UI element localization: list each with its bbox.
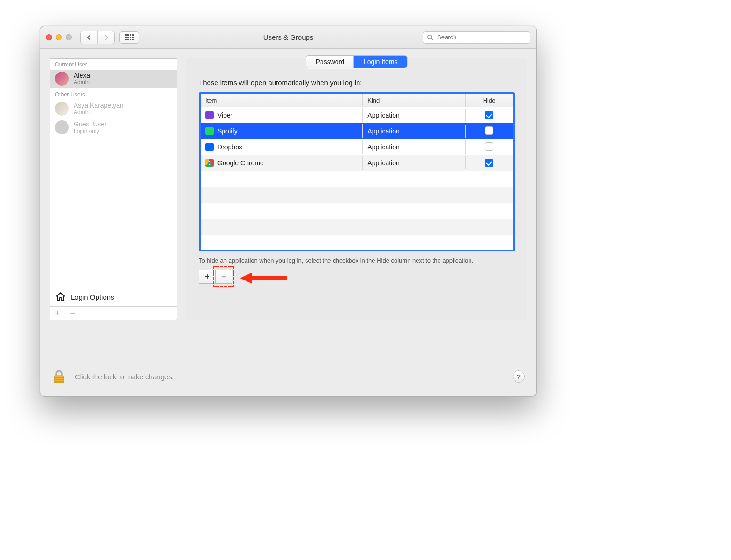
hide-checkbox[interactable] <box>485 142 493 151</box>
avatar <box>55 72 69 86</box>
login-items-add-remove: + − <box>199 270 515 284</box>
user-role: Login only <box>74 128 107 134</box>
avatar <box>55 120 69 134</box>
sidebar-user-row[interactable]: AlexaAdmin <box>50 70 177 88</box>
remove-login-item-button[interactable]: − <box>216 270 232 284</box>
window-body: Current User AlexaAdminOther UsersAsya K… <box>40 49 536 369</box>
table-row-empty <box>201 219 513 235</box>
other-users-header: Other Users <box>50 88 177 100</box>
item-name: Dropbox <box>217 143 242 151</box>
sidebar-user-row[interactable]: Guest UserLogin only <box>50 118 177 137</box>
user-role: Admin <box>74 79 90 86</box>
help-button[interactable]: ? <box>513 370 525 383</box>
zoom-window-button[interactable] <box>66 34 72 40</box>
login-items-table: Item Kind Hide ViberApplicationSpotifyAp… <box>199 92 515 251</box>
tab-bar: Password Login Items <box>306 55 408 68</box>
search-field[interactable] <box>423 31 530 44</box>
svg-marker-3 <box>240 273 252 284</box>
svg-point-0 <box>428 35 432 38</box>
search-icon <box>427 34 433 41</box>
footer: Click the lock to make changes. ? <box>40 369 536 396</box>
item-kind: Application <box>363 140 466 154</box>
hide-checkbox[interactable] <box>485 126 493 135</box>
close-window-button[interactable] <box>46 34 52 40</box>
table-row[interactable]: Google ChromeApplication <box>201 155 513 171</box>
avatar <box>55 102 69 116</box>
table-header: Item Kind Hide <box>201 94 513 107</box>
item-name: Google Chrome <box>217 159 264 167</box>
user-name: Guest User <box>74 120 107 128</box>
minimize-window-button[interactable] <box>56 34 62 40</box>
user-role: Admin <box>74 109 124 116</box>
svg-rect-6 <box>54 379 64 380</box>
forward-button[interactable] <box>97 31 114 44</box>
help-icon: ? <box>517 373 521 381</box>
item-kind: Application <box>363 125 466 138</box>
table-row[interactable]: DropboxApplication <box>201 139 513 155</box>
table-row[interactable]: ViberApplication <box>201 107 513 123</box>
svg-line-1 <box>431 38 433 40</box>
user-name: Asya Karapetyan <box>74 102 124 109</box>
window-controls <box>46 34 72 40</box>
nav-buttons <box>80 31 115 44</box>
lock-icon[interactable] <box>52 369 67 384</box>
login-items-content: These items will open automatically when… <box>186 58 527 320</box>
table-row-empty <box>201 203 513 219</box>
hint-text: To hide an application when you log in, … <box>199 257 489 264</box>
col-kind-header[interactable]: Kind <box>363 94 466 107</box>
app-icon <box>205 127 214 135</box>
login-options-row[interactable]: Login Options <box>50 287 177 306</box>
sidebar-user-row[interactable]: Asya KarapetyanAdmin <box>50 100 177 118</box>
show-all-button[interactable] <box>119 31 139 44</box>
house-icon <box>55 291 66 302</box>
add-user-button[interactable]: + <box>50 307 65 320</box>
item-kind: Application <box>363 156 466 169</box>
table-row[interactable]: SpotifyApplication <box>201 123 513 139</box>
users-sidebar: Current User AlexaAdminOther UsersAsya K… <box>50 58 177 320</box>
app-icon <box>205 143 214 151</box>
tab-password[interactable]: Password <box>306 56 354 68</box>
login-options-label: Login Options <box>71 293 114 301</box>
preferences-window: Users & Groups Current User AlexaAdminOt… <box>40 26 537 397</box>
app-icon <box>205 111 214 119</box>
remove-user-button[interactable]: − <box>65 307 80 320</box>
back-button[interactable] <box>81 31 97 44</box>
main-panel: Password Login Items These items will op… <box>186 58 527 320</box>
svg-rect-5 <box>54 377 64 378</box>
tab-login-items[interactable]: Login Items <box>354 56 407 68</box>
table-row-empty <box>201 187 513 203</box>
col-hide-header[interactable]: Hide <box>466 94 513 107</box>
sidebar-add-remove: + − <box>50 306 177 320</box>
col-item-header[interactable]: Item <box>201 94 363 107</box>
current-user-header: Current User <box>50 59 177 70</box>
add-login-item-button[interactable]: + <box>199 270 216 284</box>
table-row-empty <box>201 171 513 187</box>
search-input[interactable] <box>436 33 526 41</box>
grid-icon <box>125 34 134 40</box>
item-kind: Application <box>363 109 466 122</box>
app-icon <box>205 159 214 167</box>
hide-checkbox[interactable] <box>485 159 493 167</box>
titlebar: Users & Groups <box>40 26 536 49</box>
svg-rect-7 <box>54 381 64 382</box>
lock-hint-text: Click the lock to make changes. <box>75 373 174 381</box>
annotation-arrow-icon <box>240 273 287 284</box>
item-name: Viber <box>217 111 232 119</box>
hide-checkbox[interactable] <box>485 111 493 119</box>
user-name: Alexa <box>74 72 90 79</box>
table-row-empty <box>201 235 513 251</box>
item-name: Spotify <box>217 127 238 135</box>
section-heading: These items will open automatically when… <box>199 79 515 87</box>
